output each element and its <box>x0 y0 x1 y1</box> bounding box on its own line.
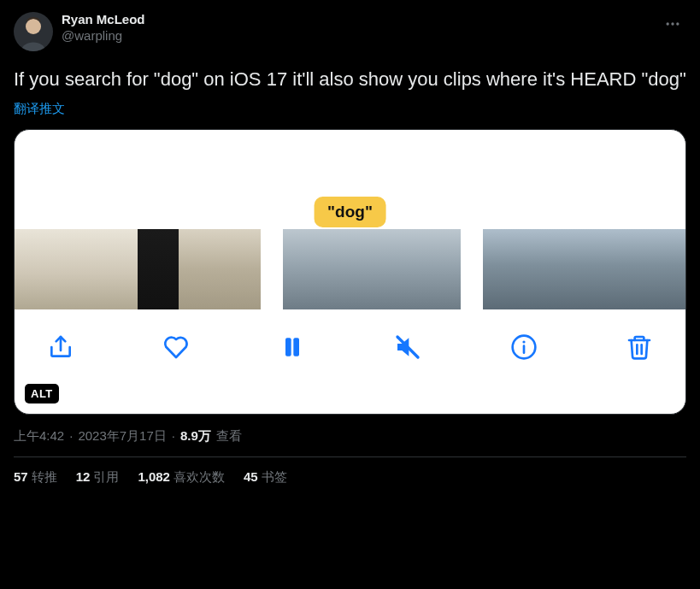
display-name[interactable]: Ryan McLeod <box>62 12 650 28</box>
stat-label: 喜欢次数 <box>174 469 225 484</box>
timeline-frame <box>675 229 685 309</box>
separator: · <box>69 428 73 443</box>
timeline-frame <box>521 229 560 309</box>
more-icon[interactable] <box>659 12 686 40</box>
stat-label: 转推 <box>32 469 57 484</box>
trash-icon[interactable] <box>626 333 653 361</box>
timeline-frame <box>416 229 461 309</box>
timeline-frame <box>220 229 261 309</box>
date[interactable]: 2023年7月17日 <box>78 428 166 445</box>
svg-point-4 <box>676 22 679 25</box>
stat-count: 45 <box>244 469 258 484</box>
clip-group[interactable] <box>483 229 685 309</box>
engagement-stats: 57转推 12引用 1,082喜欢次数 45书签 <box>14 457 686 486</box>
timeline-frame <box>56 229 97 309</box>
timeline-frame <box>179 229 220 309</box>
media-toolbar <box>15 309 685 361</box>
timeline-frame <box>15 229 56 309</box>
bookmarks-stat[interactable]: 45书签 <box>244 469 287 486</box>
stat-count: 57 <box>14 469 28 484</box>
retweets-stat[interactable]: 57转推 <box>14 469 57 486</box>
views-count: 8.9万 <box>180 428 211 445</box>
media-top-area: "dog" <box>15 130 685 229</box>
timeline-frame <box>283 229 327 309</box>
svg-point-1 <box>26 19 41 34</box>
tweet: Ryan McLeod @warpling If you search for … <box>0 0 700 486</box>
svg-point-2 <box>667 22 669 25</box>
svg-point-3 <box>671 22 674 25</box>
avatar[interactable] <box>14 12 53 51</box>
handle[interactable]: @warpling <box>62 28 650 44</box>
views-label: 查看 <box>216 428 242 445</box>
svg-rect-5 <box>285 338 291 356</box>
user-block: Ryan McLeod @warpling <box>62 12 650 44</box>
search-result-pill: "dog" <box>314 197 386 227</box>
stat-label: 引用 <box>93 469 119 484</box>
muted-icon[interactable] <box>394 333 421 361</box>
timestamp[interactable]: 上午4:42 <box>14 428 64 445</box>
timeline-frame <box>560 229 598 309</box>
stat-count: 1,082 <box>138 469 170 484</box>
timeline-frame <box>327 229 372 309</box>
timeline-frame <box>372 229 416 309</box>
timeline-frame <box>483 229 521 309</box>
tweet-metadata: 上午4:42 · 2023年7月17日 · 8.9万 查看 <box>14 428 686 445</box>
alt-badge[interactable]: ALT <box>25 384 59 403</box>
translate-link[interactable]: 翻译推文 <box>14 101 65 117</box>
likes-stat[interactable]: 1,082喜欢次数 <box>138 469 225 486</box>
timeline-frame <box>598 229 637 309</box>
video-timeline[interactable] <box>15 229 685 309</box>
heart-icon[interactable] <box>162 333 190 361</box>
tweet-header: Ryan McLeod @warpling <box>14 12 686 51</box>
clip-group[interactable] <box>15 229 261 309</box>
timeline-frame <box>637 229 675 309</box>
media-attachment[interactable]: "dog" <box>14 129 686 415</box>
clip-group[interactable] <box>283 229 461 309</box>
separator: · <box>172 428 175 443</box>
stat-count: 12 <box>76 469 91 484</box>
share-icon[interactable] <box>47 333 74 361</box>
pause-icon[interactable] <box>279 333 306 361</box>
quotes-stat[interactable]: 12引用 <box>76 469 120 486</box>
stat-label: 书签 <box>262 469 287 484</box>
tweet-text: If you search for "dog" on iOS 17 it'll … <box>14 67 686 92</box>
timeline-frame <box>97 229 138 309</box>
timeline-frame <box>138 229 179 309</box>
info-icon[interactable] <box>510 333 538 361</box>
svg-point-10 <box>522 340 525 343</box>
svg-rect-6 <box>293 338 299 356</box>
